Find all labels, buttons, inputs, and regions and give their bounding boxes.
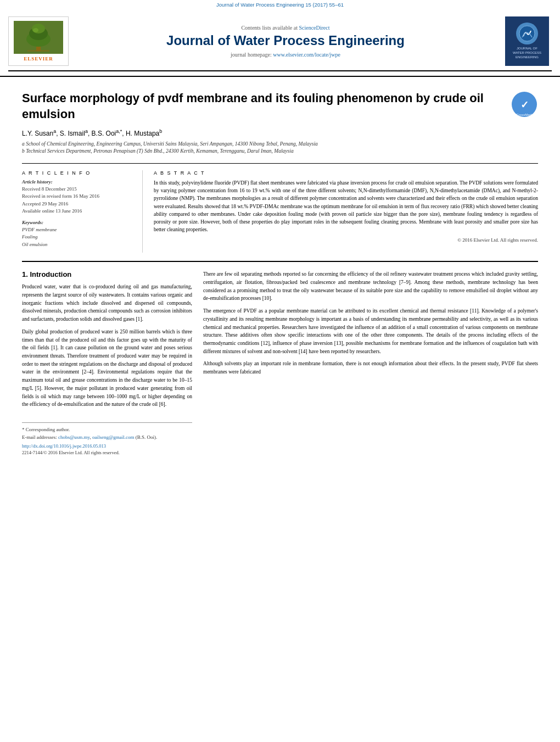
- abstract-label: A B S T R A C T: [154, 170, 538, 176]
- intro-para1: Produced water, water that is co-produce…: [22, 283, 192, 323]
- abstract-col: A B S T R A C T In this study, polyvinyl…: [154, 170, 538, 253]
- right-para2: The emergence of PVDF as a popular membr…: [203, 307, 538, 355]
- received-date: Received 8 December 2015: [22, 186, 134, 193]
- keyword3: Oil emulsion: [22, 241, 134, 249]
- keyword1: PVDF membrane: [22, 226, 134, 234]
- right-para3: Although solvents play an important role…: [203, 360, 538, 376]
- sciencedirect-line: Contents lists available at ScienceDirec…: [241, 25, 329, 31]
- header-top: ELSEVIER Contents lists available at Sci…: [0, 11, 560, 70]
- history-label: Article history:: [22, 179, 134, 185]
- abstract-text: In this study, polyvinylidene fluoride (…: [154, 179, 538, 234]
- main-content: 1. Introduction Produced water, water th…: [22, 270, 538, 455]
- author3: B.S. Ooi: [92, 130, 116, 137]
- elsevier-tree-icon: [14, 21, 63, 54]
- footer-section: * Corresponding author. E-mail addresses…: [22, 422, 192, 455]
- author2: S. Ismail: [60, 130, 85, 137]
- article-title-section: Surface morphology of pvdf membrane and …: [22, 85, 538, 122]
- author4: H. Mustapa: [126, 130, 159, 137]
- homepage-line: journal homepage: www.elsevier.com/locat…: [231, 52, 340, 58]
- corresponding-note: * Corresponding author.: [22, 426, 192, 434]
- email2-link[interactable]: oailseng@gmail.com: [92, 434, 135, 440]
- article-body: Surface morphology of pvdf membrane and …: [0, 77, 560, 464]
- abstract-copyright: © 2016 Elsevier Ltd. All rights reserved…: [154, 237, 538, 243]
- email-line: E-mail addresses: chobs@usm.my, oailseng…: [22, 434, 192, 442]
- crossmark-logo: ✓ CrossMark: [511, 91, 538, 118]
- article-title: Surface morphology of pvdf membrane and …: [22, 91, 511, 122]
- svg-point-5: [33, 28, 38, 32]
- keywords-label: Keywords:: [22, 220, 134, 225]
- header-divider: [8, 70, 552, 71]
- homepage-link[interactable]: www.elsevier.com/locate/jwpe: [273, 52, 340, 58]
- affiliations: a School of Chemical Engineering, Engine…: [22, 141, 538, 155]
- article-history: Article history: Received 8 December 201…: [22, 179, 134, 215]
- doi-anchor[interactable]: http://dx.doi.org/10.1016/j.jwpe.2016.05…: [22, 443, 106, 449]
- journal-logo-text: JOURNAL OFWATER PROCESSENGINEERING: [513, 47, 541, 59]
- svg-rect-1: [27, 50, 49, 52]
- keywords-group: Keywords: PVDF membrane Fouling Oil emul…: [22, 220, 134, 249]
- svg-text:✓: ✓: [520, 99, 529, 110]
- affiliation-b: b Technical Services Department, Petrona…: [22, 148, 538, 155]
- authors: L.Y. Susana, S. Ismaila, B.S. Ooia,*, H.…: [22, 129, 538, 137]
- svg-text:CrossMark: CrossMark: [516, 113, 533, 116]
- volume-info: Journal of Water Process Engineering 15 …: [0, 0, 560, 11]
- journal-logo-icon: [516, 23, 538, 44]
- elsevier-logo: ELSEVIER: [8, 16, 69, 66]
- affiliation-a: a School of Chemical Engineering, Engine…: [22, 141, 538, 148]
- article-info-col: A R T I C L E I N F O Article history: R…: [22, 170, 143, 253]
- journal-logo-box: JOURNAL OFWATER PROCESSENGINEERING: [505, 16, 549, 66]
- doi-link: http://dx.doi.org/10.1016/j.jwpe.2016.05…: [22, 443, 192, 449]
- content-divider: [22, 261, 538, 262]
- article-info-label: A R T I C L E I N F O: [22, 170, 134, 176]
- intro-heading-text: 1. Introduction: [22, 270, 71, 278]
- keyword2: Fouling: [22, 233, 134, 241]
- elsevier-text: ELSEVIER: [24, 56, 53, 62]
- journal-title: Journal of Water Process Engineering: [166, 33, 405, 48]
- accepted-date: Accepted 29 May 2016: [22, 200, 134, 208]
- footer-copyright: 2214-7144/© 2016 Elsevier Ltd. All right…: [22, 450, 192, 455]
- email1-link[interactable]: chobs@usm.my: [58, 434, 89, 440]
- col-left: 1. Introduction Produced water, water th…: [22, 270, 192, 455]
- page: Journal of Water Process Engineering 15 …: [0, 0, 560, 464]
- author1: L.Y. Susan: [22, 130, 53, 137]
- available-date: Available online 13 June 2016: [22, 208, 134, 215]
- right-para1: There are few oil separating methods rep…: [203, 270, 538, 303]
- journal-header: Journal of Water Process Engineering 15 …: [0, 0, 560, 77]
- header-center: Contents lists available at ScienceDirec…: [74, 16, 497, 66]
- intro-para2: Daily global production of produced wate…: [22, 328, 192, 409]
- journal-logo: JOURNAL OFWATER PROCESSENGINEERING: [502, 16, 552, 66]
- intro-heading: 1. Introduction: [22, 270, 192, 278]
- revised-date: Received in revised form 16 May 2016: [22, 193, 134, 200]
- svg-point-4: [32, 24, 45, 34]
- section-divider: [22, 163, 538, 164]
- sciencedirect-link[interactable]: ScienceDirect: [299, 25, 329, 31]
- col-right: There are few oil separating methods rep…: [203, 270, 538, 455]
- info-abstract-row: A R T I C L E I N F O Article history: R…: [22, 170, 538, 253]
